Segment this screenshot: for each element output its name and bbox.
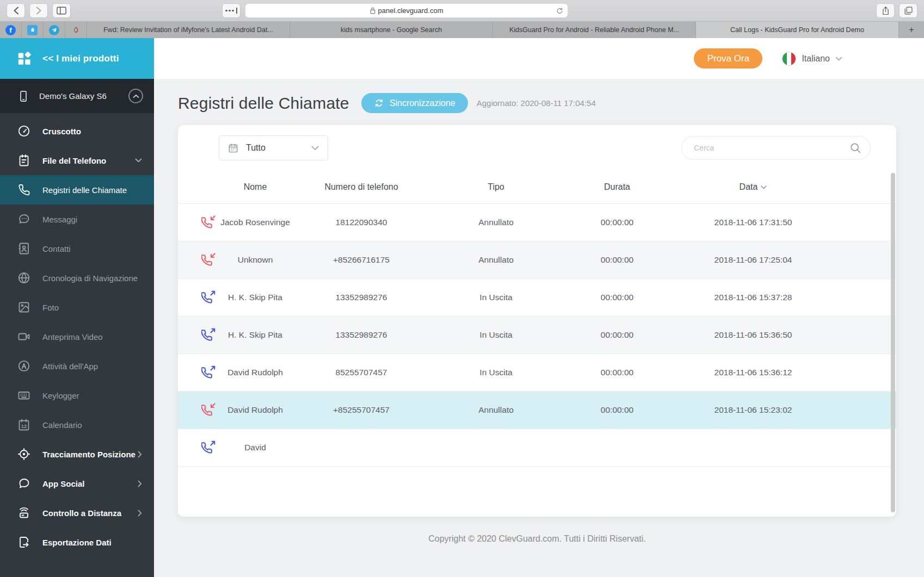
browser-tab-4[interactable]: Call Logs - KidsGuard Pro for Android De…	[696, 22, 899, 38]
browser-tab-3[interactable]: KidsGuard Pro for Android - Reliable And…	[493, 22, 696, 38]
chevron-down-icon	[835, 57, 842, 61]
sidebar-item-calendario[interactable]: 12 Calendario	[0, 410, 154, 439]
telegram-icon	[49, 25, 59, 35]
pinned-tab-facebook[interactable]: f	[0, 22, 22, 38]
cell-phone: +85255707457	[293, 404, 429, 416]
pinned-tab-android[interactable]	[22, 22, 44, 38]
sidebar-item-cronologia-di-navigazione[interactable]: Cronologia di Navigazione	[0, 263, 154, 293]
reload-icon[interactable]	[556, 7, 563, 15]
cell-phone: 13352989276	[293, 328, 429, 341]
language-label: Italiano	[802, 54, 830, 64]
imyfone-icon	[72, 26, 80, 34]
search-box[interactable]	[681, 136, 871, 160]
sidebar-item-tracciamento-posizione[interactable]: Tracciamento Posizione	[0, 439, 154, 469]
forward-button[interactable]	[29, 3, 48, 18]
call-logs-card: Tutto Nome	[178, 125, 896, 517]
calendar-icon: 12	[17, 418, 30, 431]
call-log-row[interactable]: David	[178, 429, 896, 467]
sort-chevron-icon	[761, 185, 767, 189]
cell-type: Annullato	[429, 404, 563, 416]
call-direction-icon	[201, 403, 215, 417]
table-scrollbar[interactable]	[891, 173, 895, 512]
cell-name: H. K. Skip Pita	[217, 291, 293, 303]
column-header-nome: Nome	[217, 182, 293, 192]
sidebar-item-app-social[interactable]: App Social	[0, 469, 154, 498]
call-log-row[interactable]: David Rudolph 85255707457 In Uscita 00:0…	[178, 354, 896, 392]
sidebar-nav: Cruscotto File del Telefono Registri del…	[0, 113, 154, 557]
table-body: Jacob Rosenvinge 18122090340 Annullato 0…	[178, 204, 896, 467]
lock-icon	[370, 7, 375, 14]
sidebar-item-foto[interactable]: Foto	[0, 293, 154, 322]
tab-label: Call Logs - KidsGuard Pro for Android De…	[730, 26, 864, 34]
keylogger-icon	[17, 389, 30, 402]
call-log-row[interactable]: H. K. Skip Pita 13352989276 In Uscita 00…	[178, 317, 896, 354]
trial-button[interactable]: Prova Ora	[694, 48, 762, 69]
collapse-device-button[interactable]	[128, 89, 143, 103]
date-filter-value: Tutto	[246, 143, 304, 153]
sidebar-item-messaggi[interactable]: Messaggi	[0, 204, 154, 234]
tab-label: Fwd: Review Invitation of iMyfone's Late…	[103, 26, 273, 34]
android-icon	[27, 25, 38, 35]
cell-date: 2018-11-06 15:36:12	[672, 366, 835, 379]
cell-phone: 85255707457	[293, 366, 429, 379]
cell-date: 2018-11-06 17:31:50	[672, 216, 835, 228]
italian-flag-icon	[782, 52, 796, 66]
call-direction-icon	[201, 253, 215, 267]
my-products-header[interactable]: << I miei prodotti	[0, 38, 154, 79]
language-selector[interactable]: Italiano	[782, 52, 842, 66]
cell-date: 2018-11-06 15:23:02	[672, 404, 835, 416]
new-tab-button[interactable]: +	[899, 22, 924, 38]
call-direction-icon	[201, 440, 215, 455]
sidebar-item-registri-delle-chiamate[interactable]: Registri delle Chiamate	[0, 175, 154, 204]
share-button[interactable]	[876, 3, 895, 18]
device-selector[interactable]: Demo's Galaxy S6	[0, 79, 154, 113]
sidebar-item-esportazione-dati[interactable]: Esportazione Dati	[0, 528, 154, 557]
search-input[interactable]	[694, 144, 849, 152]
browser-tab-1[interactable]: Fwd: Review Invitation of iMyfone's Late…	[87, 22, 290, 38]
tab-label: KidsGuard Pro for Android - Reliable And…	[509, 26, 679, 34]
cell-duration: 00:00:00	[563, 328, 672, 341]
browsing-history-icon	[17, 271, 30, 284]
call-log-row[interactable]: Unknown +85266716175 Annullato 00:00:00 …	[178, 241, 896, 279]
call-log-row[interactable]: Jacob Rosenvinge 18122090340 Annullato 0…	[178, 204, 896, 241]
sidebar-item-keylogger[interactable]: Keylogger	[0, 381, 154, 410]
date-filter-dropdown[interactable]: Tutto	[219, 135, 328, 160]
sidebar-item-attivita-dellapp[interactable]: Attività dell'App	[0, 351, 154, 381]
cell-phone: 13352989276	[293, 291, 429, 303]
call-log-row[interactable]: H. K. Skip Pita 13352989276 In Uscita 00…	[178, 279, 896, 317]
column-header-tipo: Tipo	[429, 182, 563, 192]
search-icon[interactable]	[849, 142, 861, 154]
browser-tab-2[interactable]: kids msartphone - Google Search	[290, 22, 493, 38]
cell-name: David Rudolph	[217, 366, 293, 379]
sidebar-item-controllo-a-distanza[interactable]: Controllo a Distanza	[0, 498, 154, 528]
table-header: Nome Numero di telefono Tipo Durata Data	[178, 171, 896, 204]
cell-type: Annullato	[429, 216, 563, 228]
pinned-tab-telegram[interactable]	[44, 22, 65, 38]
products-grid-icon	[16, 51, 33, 67]
sidebar-item-contatti[interactable]: Contatti	[0, 234, 154, 263]
calendar-icon	[228, 143, 238, 153]
address-bar[interactable]: panel.clevguard.com	[245, 3, 568, 18]
pinned-tab-imyfone[interactable]	[65, 22, 87, 38]
sidebar-item-cruscotto[interactable]: Cruscotto	[0, 116, 154, 146]
chevron-right-icon	[138, 451, 142, 458]
sidebar-toggle-button[interactable]	[52, 3, 71, 18]
call-log-row[interactable]: David Rudolph +85255707457 Annullato 00:…	[178, 392, 896, 429]
cell-duration: 00:00:00	[563, 253, 672, 266]
column-header-data[interactable]: Data	[672, 182, 835, 192]
tab-overview-button[interactable]	[222, 3, 241, 18]
sync-button[interactable]: Sincronizzazione	[361, 93, 468, 113]
page-title: Registri delle Chiamate	[178, 94, 349, 113]
my-products-label: << I miei prodotti	[42, 53, 119, 64]
show-tabs-button[interactable]	[899, 3, 917, 18]
location-tracking-icon	[17, 448, 30, 461]
sidebar-item-anteprima-video[interactable]: Anteprima Video	[0, 322, 154, 351]
call-direction-icon	[201, 290, 215, 305]
cell-date: 2018-11-06 17:25:04	[672, 253, 835, 266]
data-export-icon	[17, 536, 30, 549]
sidebar-item-file-del-telefono[interactable]: File del Telefono	[0, 146, 154, 175]
photos-icon	[17, 301, 30, 314]
cell-duration: 00:00:00	[563, 404, 672, 416]
back-button[interactable]	[7, 3, 25, 18]
content-area: Registri delle Chiamate Sincronizzazione…	[154, 79, 924, 577]
